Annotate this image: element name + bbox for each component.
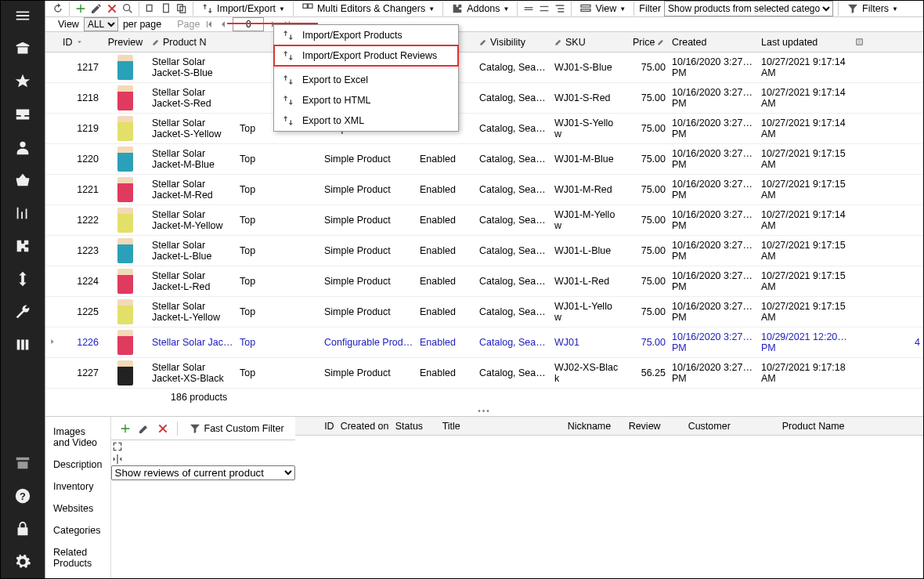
- col-id[interactable]: ID: [63, 37, 73, 48]
- table-row[interactable]: 1220Stellar SolarJacket-M-BlueTopSimple …: [45, 144, 923, 175]
- per-page-select[interactable]: ALL: [84, 17, 118, 31]
- puzzle-icon[interactable]: [14, 237, 31, 255]
- nav-sidebar: ?: [1, 1, 45, 578]
- import-export-button[interactable]: Import/Export▼: [198, 1, 288, 16]
- split-icon[interactable]: [111, 453, 124, 465]
- table-row[interactable]: 1219Stellar SolarJacket-S-YellowTopSimpl…: [45, 114, 923, 144]
- rcol-title[interactable]: Title: [439, 421, 565, 432]
- rcol-id[interactable]: ID: [309, 421, 337, 432]
- columns-icon[interactable]: [14, 336, 31, 353]
- grid-footer: 186 products: [45, 389, 923, 406]
- col-created[interactable]: Created: [672, 37, 706, 48]
- detail-tab[interactable]: Inventory: [53, 481, 103, 492]
- sync-icon[interactable]: [14, 270, 31, 288]
- hamburger-icon[interactable]: [14, 7, 31, 24]
- menu-item[interactable]: Export to XML: [274, 110, 458, 131]
- table-row[interactable]: 1224Stellar SolarJacket-L-RedTopSimple P…: [45, 266, 923, 297]
- user-icon[interactable]: [14, 139, 31, 156]
- detail-tab[interactable]: Related Products: [53, 547, 103, 569]
- add-icon[interactable]: [74, 2, 87, 15]
- col-sku[interactable]: SKU: [565, 37, 586, 48]
- table-row[interactable]: 1223Stellar SolarJacket-L-BlueTopSimple …: [45, 236, 923, 266]
- reviews-filter-select[interactable]: Show reviews of current product: [111, 465, 295, 480]
- add-icon[interactable]: [119, 422, 132, 435]
- rcol-created[interactable]: Created on: [337, 421, 392, 432]
- table-row[interactable]: 1221Stellar SolarJacket-M-RedTopSimple P…: [45, 175, 923, 205]
- filters-button[interactable]: Filters▼: [843, 1, 901, 16]
- table-row[interactable]: 1222Stellar SolarJacket-M-YellowTopSimpl…: [45, 205, 923, 236]
- col-price[interactable]: Price: [633, 37, 655, 48]
- per-page-label: per page: [123, 19, 161, 30]
- paste-icon[interactable]: [160, 2, 172, 15]
- svg-text:?: ?: [20, 490, 26, 502]
- delete-icon[interactable]: [157, 422, 169, 435]
- col-name[interactable]: Product N: [163, 37, 207, 48]
- expand-row-icon[interactable]: [49, 338, 56, 346]
- archive-icon[interactable]: [14, 454, 31, 472]
- chart-icon[interactable]: [14, 204, 31, 222]
- star-icon[interactable]: [14, 73, 31, 90]
- rcol-status[interactable]: Status: [392, 421, 439, 432]
- funnel-icon: [189, 422, 201, 435]
- gear-icon[interactable]: [14, 553, 31, 570]
- search-icon[interactable]: [121, 2, 134, 15]
- table-row[interactable]: 1227Stellar SolarJacket-XS-BlackTopSimpl…: [45, 358, 923, 389]
- rcol-customer[interactable]: Customer: [685, 421, 779, 432]
- inbox-icon[interactable]: [14, 106, 31, 123]
- multi-editors-icon: [301, 2, 314, 15]
- svg-rect-9: [581, 5, 590, 7]
- filter-select[interactable]: Show products from selected categories: [664, 1, 833, 16]
- table-row[interactable]: 1218Stellar SolarJacket-S-RedEnabledCata…: [45, 83, 923, 114]
- menu-item[interactable]: Export to Excel: [274, 70, 458, 90]
- clone-icon[interactable]: [175, 2, 188, 15]
- menu-item[interactable]: Import/Export Product Reviews: [273, 45, 459, 67]
- collapse-icon[interactable]: [538, 2, 550, 15]
- help-icon[interactable]: ?: [14, 487, 31, 505]
- rcol-product[interactable]: Product Name: [779, 421, 924, 432]
- lock-icon[interactable]: [14, 520, 31, 537]
- refresh-icon[interactable]: [52, 2, 64, 15]
- table-row[interactable]: 1217Stellar SolarJacket-S-BlueEnabledCat…: [45, 52, 923, 83]
- wrench-icon[interactable]: [14, 303, 31, 320]
- reviews-header: ID Created on Status Title Nickname Revi…: [295, 417, 924, 436]
- view-button[interactable]: View▼: [576, 1, 629, 16]
- menu-item[interactable]: Export to HTML: [274, 90, 458, 110]
- first-page-icon[interactable]: [204, 20, 214, 29]
- basket-icon[interactable]: [14, 172, 31, 189]
- detail-panel: Images and VideoDescriptionInventoryWebs…: [45, 416, 923, 578]
- delete-icon[interactable]: [106, 2, 118, 15]
- edit-icon[interactable]: [90, 2, 103, 15]
- menu-item[interactable]: Import/Export Products: [274, 25, 458, 45]
- rcol-review[interactable]: Review: [626, 421, 685, 432]
- edit-icon[interactable]: [138, 422, 150, 435]
- fit-icon[interactable]: [111, 440, 124, 453]
- detail-tab[interactable]: Description: [53, 459, 103, 470]
- import-export-icon: [282, 29, 294, 42]
- multi-editors-button[interactable]: Multi Editors & Changers▼: [298, 1, 438, 16]
- expand-icon[interactable]: [522, 2, 535, 15]
- table-row[interactable]: 1226Stellar Solar JacketTopConfigurable …: [45, 327, 923, 358]
- fast-filter-button[interactable]: Fast Custom Filter: [186, 421, 287, 436]
- pencil-icon: [657, 38, 666, 46]
- svg-rect-8: [309, 4, 312, 8]
- detail-tab[interactable]: Images and Video: [53, 426, 103, 448]
- box-icon[interactable]: [14, 40, 31, 57]
- col-updated[interactable]: Last updated: [761, 37, 818, 48]
- detail-tab[interactable]: Categories: [53, 525, 103, 536]
- detail-tab[interactable]: Websites: [53, 503, 103, 514]
- addons-button[interactable]: Addons▼: [448, 1, 512, 16]
- svg-point-2: [124, 5, 130, 11]
- col-preview[interactable]: Preview: [108, 37, 143, 48]
- settings-column-icon[interactable]: [855, 38, 864, 46]
- splitter-handle[interactable]: •••: [45, 406, 923, 416]
- table-row[interactable]: 1225Stellar SolarJacket-L-YellowTopSimpl…: [45, 297, 923, 327]
- copy-icon[interactable]: [144, 2, 157, 15]
- tree-icon[interactable]: [554, 2, 566, 15]
- col-visibility[interactable]: Visibility: [490, 37, 525, 48]
- view-icon: [579, 2, 592, 15]
- import-export-icon: [201, 2, 214, 15]
- rcol-nick[interactable]: Nickname: [565, 421, 626, 432]
- page-input[interactable]: [233, 17, 264, 31]
- prev-page-icon[interactable]: [218, 20, 228, 29]
- product-grid: ID Preview Product N Status Visibility S…: [45, 32, 923, 416]
